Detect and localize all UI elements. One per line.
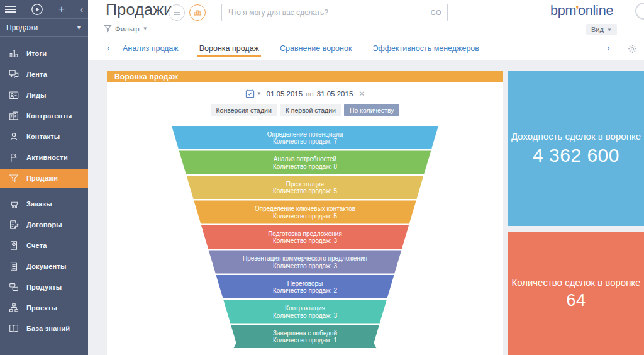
sidebar-item-contacts[interactable]: Контакты: [0, 126, 88, 147]
add-icon[interactable]: +: [58, 4, 65, 14]
activities-icon: [7, 151, 21, 164]
funnel-stage-5[interactable]: Подготовка предложенияКоличество продаж:…: [201, 225, 409, 249]
funnel-stage-name: Презентация коммерческого предложения: [243, 255, 367, 262]
collapse-sidebar-icon[interactable]: ‹: [80, 4, 83, 14]
dashboard-tabs: Анализ продажВоронка продажСравнение вор…: [121, 37, 481, 60]
sidebar-item-knowledge-base[interactable]: База знаний: [0, 318, 88, 339]
funnel-stage-count: Количество продаж: 8: [273, 163, 337, 170]
sidebar-item-activities[interactable]: Активности: [0, 147, 88, 167]
toggle-stage-conversion[interactable]: Конверсия стадии: [211, 104, 277, 116]
tile-label: Доходность сделок в воронке: [511, 131, 641, 142]
funnel-stage-6[interactable]: Презентация коммерческого предложенияКол…: [209, 251, 402, 274]
sidebar-item-label: Итоги: [26, 50, 47, 57]
sidebar-item-orders[interactable]: Заказы: [0, 193, 88, 214]
sidebar-item-label: Проекты: [26, 304, 57, 312]
funnel-stage-name: Контрактация: [285, 305, 325, 312]
calendar-icon: [245, 89, 255, 98]
analytics-view-button[interactable]: [189, 4, 206, 21]
funnel-stage-8[interactable]: КонтрактацияКоличество продаж: 3: [223, 300, 387, 324]
sidebar-item-summaries[interactable]: Итоги: [0, 43, 88, 64]
chevron-down-icon: ▼: [607, 27, 612, 33]
funnel-stage-count: Количество продаж: 3: [273, 237, 337, 244]
sidebar-item-label: База знаний: [26, 325, 70, 332]
toggle-to-first-stage[interactable]: К первой стадии: [280, 104, 341, 116]
period-separator: по: [306, 90, 314, 98]
sidebar-item-label: Лиды: [26, 91, 47, 99]
header: Продажи GO bpm’online Фильтр ▼ Вид ▼: [88, 0, 644, 60]
calendar-button[interactable]: ▼: [245, 89, 262, 98]
sidebar-item-contracts[interactable]: Договоры: [0, 214, 88, 235]
filter-button[interactable]: Фильтр ▼: [104, 25, 148, 33]
sidebar-item-invoices[interactable]: Счета: [0, 235, 88, 256]
funnel-stage-name: Завершена с победой: [273, 330, 337, 337]
go-button[interactable]: GO: [431, 9, 441, 16]
funnel-stage-1[interactable]: Определение потенциалаКоличество продаж:…: [172, 126, 438, 149]
tab-sales-funnel[interactable]: Воронка продаж: [197, 37, 261, 60]
avatar[interactable]: [635, 3, 644, 20]
sidebar-item-label: Продукты: [26, 283, 62, 291]
chevron-down-icon: ▼: [257, 91, 262, 96]
period-from[interactable]: 01.05.2015: [267, 90, 303, 98]
filter-funnel-icon: [104, 25, 112, 33]
sidebar-item-leads[interactable]: Лиды: [0, 84, 88, 105]
menu-icon[interactable]: [5, 6, 16, 13]
sidebar: + ‹ Продажи ▼ Итоги Лента Лиды Контраген…: [0, 0, 88, 355]
leads-icon: [7, 89, 21, 101]
funnel-stage-3[interactable]: ПрезентацияКоличество продаж: 5: [187, 176, 424, 199]
clear-period-icon[interactable]: ✕: [358, 89, 365, 98]
tile-value: 4 362 600: [533, 145, 619, 166]
funnel-stage-count: Количество продаж: 2: [273, 287, 337, 294]
toggle-by-quantity[interactable]: По количеству: [344, 104, 400, 116]
tile-funnel-deal-count: Количество сделок в воронке 64: [508, 232, 644, 355]
funnel-stage-name: Определение потенциала: [267, 131, 343, 138]
sidebar-item-label: Продажи: [26, 174, 58, 182]
sidebar-nav: Итоги Лента Лиды Контрагенты Контакты Ак…: [0, 37, 88, 339]
page-title: Продажи: [106, 1, 173, 19]
sales-funnel-widget: Воронка продаж Определение потенциалаКол…: [107, 71, 503, 355]
tab-sales-analysis[interactable]: Анализ продаж: [121, 37, 180, 60]
invoices-icon: [7, 239, 21, 252]
knowledge-icon: [7, 322, 21, 335]
funnel-stage-2[interactable]: Анализ потребностейКоличество продаж: 8: [179, 151, 431, 174]
funnel-stage-7[interactable]: ПереговорыКоличество продаж: 2: [216, 275, 394, 298]
command-line: GO: [221, 4, 448, 21]
search-input[interactable]: [222, 4, 447, 21]
chevron-down-icon: ▼: [143, 26, 148, 31]
period-to[interactable]: 31.05.2015: [317, 90, 353, 98]
sidebar-item-products[interactable]: Продукты: [0, 276, 88, 297]
funnel-mode-toggles: Конверсия стадииК первой стадииПо количе…: [107, 104, 503, 116]
sidebar-item-label: Контрагенты: [26, 112, 72, 120]
sidebar-item-accounts[interactable]: Контрагенты: [0, 105, 88, 126]
chevron-down-icon: ▼: [76, 25, 82, 31]
list-view-button[interactable]: [169, 4, 185, 21]
sidebar-item-label: Лента: [26, 70, 47, 78]
view-label: Вид: [591, 26, 604, 33]
workplace-label: Продажи: [6, 23, 38, 32]
sidebar-item-projects[interactable]: Проекты: [0, 297, 88, 318]
list-icon: [174, 11, 180, 15]
orders-icon: [7, 198, 21, 210]
funnel-stage-name: Анализ потребностей: [274, 155, 336, 162]
tile-label: Количество сделок в воронке: [511, 277, 640, 288]
funnel-stage-name: Подготовка предложения: [268, 230, 342, 237]
view-button[interactable]: Вид ▼: [586, 24, 617, 35]
tab-manager-efficiency[interactable]: Эффективность менеджеров: [370, 37, 481, 60]
bar-chart-icon: [193, 8, 202, 17]
sidebar-item-label: Активности: [26, 154, 68, 161]
funnel-stage-name: Презентация: [286, 181, 324, 188]
bpmonline-logo: bpm’online: [550, 3, 613, 19]
funnel-icon: [7, 172, 21, 184]
sidebar-item-sales[interactable]: Продажи: [0, 169, 88, 188]
gear-icon[interactable]: [628, 44, 637, 56]
play-icon[interactable]: [31, 3, 43, 16]
tabs-scroll-right-icon[interactable]: ›: [607, 43, 610, 53]
sidebar-item-documents[interactable]: Документы: [0, 256, 88, 276]
tab-funnel-comparison[interactable]: Сравнение воронок: [278, 37, 353, 60]
workplace-selector[interactable]: Продажи ▼: [0, 19, 88, 37]
sidebar-item-feed[interactable]: Лента: [0, 64, 88, 84]
feed-icon: [7, 68, 21, 81]
funnel-stage-9[interactable]: Завершена с победойКоличество продаж: 1: [231, 325, 379, 348]
tabs-scroll-left-icon[interactable]: ‹: [107, 43, 110, 53]
funnel-stage-4[interactable]: Определение ключевых контактовКоличество…: [194, 201, 416, 224]
funnel-stage-count: Количество продаж: 5: [273, 188, 337, 194]
